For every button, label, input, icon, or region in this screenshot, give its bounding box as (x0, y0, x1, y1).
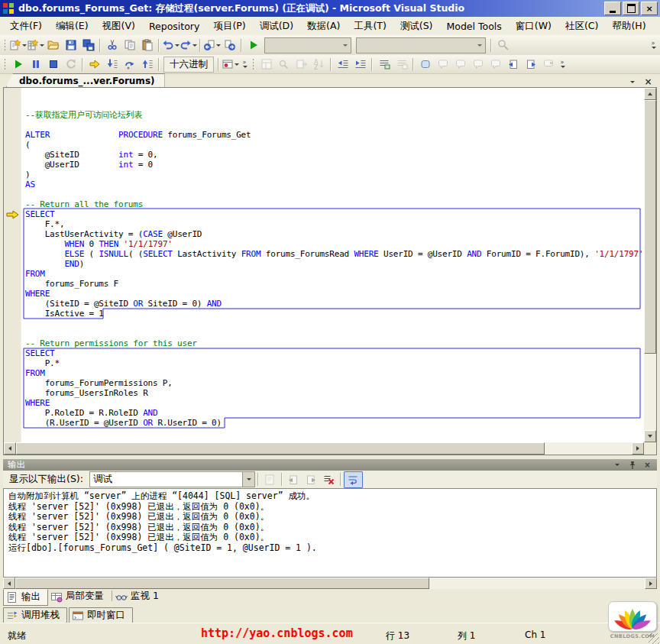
break-all-button[interactable] (27, 57, 44, 72)
save-all-button[interactable] (79, 37, 97, 53)
editor-vertical-scrollbar[interactable] (644, 88, 656, 442)
menu-tools[interactable]: 工具(T) (347, 18, 393, 35)
cut-button[interactable] (103, 37, 121, 53)
tab-output[interactable]: 输出 (3, 589, 48, 606)
add-item-button[interactable] (27, 37, 44, 53)
tab-callstack[interactable]: 调用堆栈 (3, 607, 67, 624)
bookmark-prev-button[interactable] (434, 57, 451, 72)
indent-decrease-button[interactable] (334, 57, 351, 72)
step-into-button[interactable] (103, 57, 121, 72)
toolbar-grip[interactable] (4, 58, 6, 71)
scroll-right-button[interactable] (645, 578, 657, 589)
vertical-scroll-thumb[interactable] (644, 100, 656, 354)
tab-locals[interactable]: 局部变量 (48, 589, 111, 604)
uncomment-lines-button[interactable] (393, 57, 410, 72)
stop-debug-button[interactable] (44, 57, 62, 72)
menu-community[interactable]: 社区(C) (558, 18, 605, 35)
new-item-button[interactable] (9, 37, 27, 53)
output-panel-header[interactable]: 输出 × (3, 459, 657, 471)
toolbar-grip[interactable] (4, 39, 6, 52)
debug-toolbar-options-button[interactable]: » (239, 60, 250, 68)
output-channel-combo[interactable]: 调试 (89, 471, 255, 487)
minimize-button[interactable] (604, 2, 621, 15)
step-out-button[interactable] (138, 57, 156, 72)
menu-test[interactable]: 测试(S) (393, 18, 440, 35)
close-button[interactable]: × (641, 2, 658, 15)
paste-button[interactable] (138, 37, 156, 53)
bookmark-clear-button[interactable] (539, 57, 557, 72)
clear-output-button[interactable] (320, 472, 338, 487)
copy-button[interactable] (121, 37, 138, 53)
find-next-message-button[interactable] (302, 472, 320, 487)
app-icon[interactable] (2, 2, 15, 15)
maximize-button[interactable] (623, 2, 639, 15)
scroll-left-button[interactable] (4, 442, 16, 455)
close-document-button[interactable]: × (642, 76, 654, 87)
combo-dropdown-button[interactable] (242, 472, 254, 487)
tab-immediate[interactable]: 即时窗口 (69, 607, 133, 624)
redo-button[interactable] (180, 37, 197, 53)
bookmark-next-folder-button[interactable] (487, 57, 504, 72)
output-horizontal-scrollbar[interactable] (3, 578, 657, 589)
comment-lines-button[interactable] (375, 57, 393, 72)
menu-help[interactable]: 帮助(H) (605, 18, 652, 35)
sort-alpha-button[interactable]: AZ (310, 57, 328, 72)
tab-watch[interactable]: 监视 1 (113, 589, 166, 604)
goto-message-button[interactable] (261, 472, 279, 487)
bookmark-prev-doc-button[interactable] (504, 57, 522, 72)
save-button[interactable] (62, 37, 79, 53)
continue-button[interactable] (9, 57, 27, 72)
object-browser-button[interactable] (257, 57, 275, 72)
find-prev-message-button[interactable] (285, 472, 302, 487)
scroll-up-button[interactable] (644, 88, 656, 100)
play-icon (247, 39, 260, 51)
toolbar-options-button[interactable]: » (648, 41, 658, 49)
menu-debug[interactable]: 调试(D) (253, 18, 300, 35)
auto-hide-pin-button[interactable] (627, 461, 637, 470)
indent-increase-button[interactable] (351, 57, 369, 72)
step-over-button[interactable] (121, 57, 138, 72)
menu-model-tools[interactable]: Model Tools (439, 18, 508, 34)
menu-repository[interactable]: Repository (142, 18, 206, 34)
chevron-down-icon (243, 66, 247, 68)
bookmark-next-button[interactable] (451, 57, 469, 72)
scroll-left-button[interactable] (3, 578, 15, 589)
undo-button[interactable] (162, 37, 180, 53)
code-editor[interactable]: --获取指定用户可访问论坛列表ALTER PROCEDURE forums_Fo… (3, 87, 657, 455)
open-file-button[interactable] (44, 37, 62, 53)
word-wrap-button[interactable] (344, 471, 363, 488)
menu-file[interactable]: 文件(F) (3, 18, 49, 35)
show-next-statement-button[interactable] (86, 57, 103, 72)
menu-edit[interactable]: 编辑(E) (49, 18, 95, 35)
hex-display-button[interactable]: 十六进制 (163, 57, 214, 73)
menu-data[interactable]: 数据(A) (300, 18, 347, 35)
scroll-down-button[interactable] (644, 430, 656, 442)
window-position-button[interactable] (612, 461, 622, 470)
horizontal-scroll-thumb[interactable] (16, 442, 545, 455)
horizontal-scroll-thumb[interactable] (15, 578, 429, 589)
document-tab[interactable]: dbo.forums_...ver.Forums) (6, 73, 165, 87)
edit-toolbar-options-button[interactable]: » (557, 60, 568, 68)
menu-view[interactable]: 视图(V) (95, 18, 142, 35)
start-debug-button[interactable] (244, 37, 262, 53)
toolbar-grip[interactable] (252, 58, 254, 71)
solution-config-combo[interactable] (264, 37, 351, 53)
bookmark-toggle-button[interactable] (416, 57, 434, 72)
menu-window[interactable]: 窗口(W) (509, 18, 558, 35)
navigate-forward-button[interactable] (221, 37, 238, 53)
find-symbol-button[interactable] (275, 57, 293, 72)
menu-project[interactable]: 项目(P) (206, 18, 252, 35)
bookmark-prev-folder-button[interactable] (469, 57, 487, 72)
find-in-files-button[interactable] (494, 37, 512, 53)
output-text[interactable]: 自动附加到计算机 “server” 上的进程 “[4044] [SQL] ser… (3, 488, 657, 578)
scroll-right-button[interactable] (632, 442, 644, 455)
active-files-dropdown-button[interactable] (626, 76, 638, 87)
navigate-back-button[interactable] (203, 37, 221, 53)
editor-horizontal-scrollbar[interactable] (4, 442, 644, 455)
restart-button[interactable] (62, 57, 79, 72)
find-combo[interactable] (356, 37, 486, 53)
bookmark-next-doc-button[interactable] (522, 57, 539, 72)
goto-definition-button[interactable] (293, 57, 310, 72)
close-panel-button[interactable]: × (642, 461, 652, 470)
breakpoints-window-button[interactable] (222, 57, 239, 72)
